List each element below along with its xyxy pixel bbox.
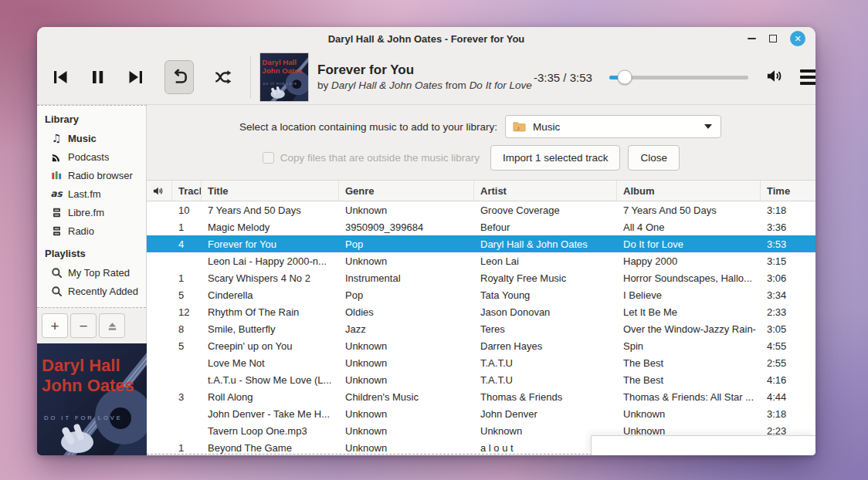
cell-time: 3:53 [761,238,815,250]
eject-button[interactable] [99,313,125,338]
cell-time: 3:34 [761,289,815,301]
sidebar-item-libre-fm[interactable]: Libre.fm [37,203,146,221]
window-title: Daryl Hall & John Oates - Forever for Yo… [328,33,525,45]
copy-files-checkbox[interactable] [263,152,274,164]
cell-artist: Darren Hayes [474,340,617,352]
table-row[interactable]: 12Rhythm Of The RainOldiesJason DonovanL… [147,303,815,320]
sidebar-item-label: Radio browser [68,170,133,181]
sidebar-item-recently-added[interactable]: Recently Added [37,282,146,300]
cell-title: Love Me Not [202,357,339,369]
cell-album: Let It Be Me [617,306,761,318]
table-row[interactable]: 1Scary Whispers 4 No 2InstrumentalRoyalt… [147,269,815,286]
minimize-icon[interactable] [748,38,756,39]
add-button[interactable]: + [42,313,68,338]
maximize-icon[interactable] [769,35,777,42]
playlists-list: My Top RatedRecently Added [37,263,146,300]
table-row[interactable]: 4Forever for YouPopDaryl Hall & John Oat… [147,235,815,252]
toolbar-separator [250,56,251,99]
speaker-icon [152,185,164,197]
column-header-title[interactable]: Title [202,181,339,201]
cell-track: 1 [172,221,202,233]
transport-controls [51,60,233,94]
soundcard-icon [50,169,63,181]
cell-time: 2:55 [761,357,815,369]
import-selected-button[interactable]: Import 1 selected track [490,145,621,171]
import-location-row: Select a location containing music to ad… [147,105,815,138]
volume-icon [765,67,783,85]
shuffle-button[interactable] [213,67,233,87]
cell-time: 4:44 [761,391,815,403]
empty-tooltip-popup [591,435,815,455]
sidebar-item-label: Podcasts [68,151,109,163]
shuffle-icon [213,67,233,87]
table-row[interactable]: t.A.T.u - Show Me Love (L...UnknownT.A.T… [147,371,815,388]
column-header-track[interactable]: Track [172,181,202,201]
cell-track: 1 [172,442,202,454]
cell-album: The Best [617,357,761,369]
cell-album: The Best [617,374,761,386]
cell-album: Thomas & Friends: All Star ... [617,391,761,403]
sidebar-item-last-fm[interactable]: asLast.fm [37,184,146,203]
cell-genre: Unknown [339,205,474,216]
repeat-button[interactable] [164,60,194,94]
album-art-artist-line1: Daryl Hall [263,59,297,66]
now-playing-album-art[interactable]: Daryl Hall John Oates DO IT FOR LOVE [260,53,308,101]
volume-button[interactable] [765,67,783,88]
hamburger-icon [800,69,815,73]
column-header-time[interactable]: Time [761,181,815,201]
table-row[interactable]: Love Me NotUnknownT.A.T.UThe Best2:55 [147,354,815,371]
sidebar-item-label: Music [68,133,97,144]
album-art-title-line: DO IT FOR LOVE [263,83,297,86]
close-icon[interactable]: ✕ [790,31,805,46]
cell-genre: Unknown [339,408,474,420]
close-button[interactable]: Close [628,145,680,171]
next-track-button[interactable] [127,68,145,86]
sidebar-item-my-top-rated[interactable]: My Top Rated [37,263,146,282]
time-display: -3:35 / 3:53 [534,71,592,84]
content-area: Library ♫MusicPodcastsRadio browserasLas… [37,104,815,455]
column-header-album[interactable]: Album [617,181,761,201]
table-row[interactable]: 5CinderellaPopTata YoungI Believe3:34 [147,286,815,303]
table-row[interactable]: 1Magic Melody3950909_399684BefourAll 4 O… [147,218,815,235]
cell-time: 3:18 [761,205,815,216]
now-playing-subtitle: by Daryl Hall & John Oates from Do It fo… [317,79,534,93]
copy-files-checkbox-wrap: Copy files that are outside the music li… [263,152,480,164]
sidebar-item-music[interactable]: ♫Music [37,129,146,147]
next-icon [127,68,145,86]
table-row[interactable]: Leon Lai - Happy 2000-n...UnknownLeon La… [147,252,815,269]
cell-track: 3 [172,391,202,403]
column-header-genre[interactable]: Genre [339,181,474,201]
sidebar-item-radio-browser[interactable]: Radio browser [37,166,146,184]
cell-album: Horror Soundscapes, Hallo... [617,272,761,284]
cell-album: Spin [617,340,761,352]
table-row[interactable]: 5Creepin' up on YouUnknownDarren HayesSp… [147,337,815,354]
music-note-icon: ♫ [50,132,63,144]
table-row[interactable]: 8Smile, ButterflyJazzTeresOver the Windo… [147,320,815,337]
cell-time: 3:05 [761,323,815,335]
sidebar-item-radio[interactable]: Radio [37,221,146,240]
main-menu-button[interactable] [800,66,815,88]
table-row[interactable]: 3Roll AlongChildren's MusicThomas & Frie… [147,388,815,405]
cell-artist: Befour [474,221,617,233]
now-playing-title: Forever for You [317,62,534,79]
playing-indicator-column-header[interactable] [147,181,172,201]
previous-track-button[interactable] [51,68,70,86]
seek-slider[interactable] [609,76,748,79]
column-header-artist[interactable]: Artist [474,181,617,201]
cell-time: 3:15 [761,255,815,267]
pause-button[interactable] [89,68,107,86]
cell-track: 8 [172,323,202,335]
table-row[interactable]: 107 Years And 50 DaysUnknownGroove Cover… [147,201,815,218]
cell-genre: Pop [339,289,474,301]
table-row[interactable]: John Denver - Take Me H...UnknownJohn De… [147,405,815,422]
titlebar[interactable]: Daryl Hall & John Oates - Forever for Yo… [37,27,815,50]
cell-artist: Daryl Hall & John Oates [474,238,617,250]
location-dropdown[interactable]: ♪ Music [505,115,721,138]
location-value: Music [533,121,560,133]
library-header: Library [37,106,146,129]
remove-button[interactable]: − [70,313,97,338]
sidebar-item-podcasts[interactable]: Podcasts [37,147,146,166]
copy-files-label: Copy files that are outside the music li… [280,152,480,164]
seek-slider-handle[interactable] [617,70,632,85]
cell-artist: Teres [474,323,617,335]
